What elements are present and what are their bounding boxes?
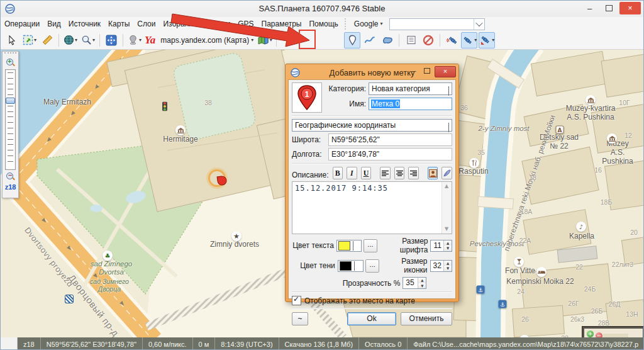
align-center-button[interactable] [394, 167, 405, 179]
latitude-input[interactable]: N59°56'25,62" [328, 133, 452, 146]
minimap-zoom-out-button[interactable]: − [596, 332, 602, 337]
opacity-spinner[interactable]: 35▲▼ [402, 277, 426, 289]
icon-size-spinner[interactable]: 32▲▼ [430, 260, 452, 272]
menu-item[interactable]: Вид [43, 18, 65, 30]
coords-type-combobox[interactable]: Географические координаты [292, 119, 452, 132]
selection-manager-button[interactable]: ▾ [21, 32, 38, 48]
text-color-dropdown[interactable] [336, 240, 362, 252]
tilde-button[interactable]: ~ [292, 312, 308, 325]
zoom-tool-button[interactable]: ▾ [80, 32, 96, 48]
zoom-out-button[interactable]: − [6, 172, 14, 181]
combo-dropdown-button[interactable] [474, 19, 484, 30]
scroll-up-button[interactable]: ▲ [443, 183, 450, 190]
underline-button[interactable]: U [361, 167, 372, 179]
ok-button[interactable]: Ok [347, 312, 396, 325]
menu-item[interactable]: Операции [1, 18, 43, 30]
spin-up-button[interactable]: ▲ [444, 261, 452, 266]
panel-grip[interactable] [4, 52, 16, 57]
dialog-minimize-button[interactable]: – [408, 67, 419, 77]
insert-image-button[interactable] [428, 167, 438, 179]
menu-item[interactable]: Источник [65, 18, 104, 30]
chevron-down-icon: ▾ [380, 21, 383, 26]
align-left-button[interactable] [380, 167, 391, 179]
toolbar-separator [276, 34, 277, 47]
toolbar-separator [99, 34, 100, 47]
text-color-more-button[interactable]: ... [364, 239, 377, 252]
bold-button[interactable]: B [333, 167, 343, 179]
add-placemark-button[interactable] [344, 32, 360, 48]
close-button[interactable]: × [619, 2, 641, 14]
menu-item[interactable]: Карты [104, 18, 133, 30]
chevron-down-icon: ▾ [34, 38, 36, 43]
gps-marker-button[interactable]: ▾ [479, 32, 495, 48]
cancel-button[interactable]: Отменить [401, 312, 452, 325]
ruler-button[interactable] [39, 32, 55, 48]
spin-up-button[interactable]: ▲ [444, 240, 452, 246]
maximize-button[interactable] [600, 2, 618, 14]
category-combobox[interactable]: Новая категория [369, 82, 452, 95]
placemark-list-button[interactable] [402, 32, 419, 48]
map-poi-icon: ⚓ [477, 286, 485, 294]
shadow-color-dropdown[interactable] [338, 260, 364, 272]
layers-button[interactable]: ▾ [257, 32, 273, 48]
spin-up-button[interactable]: ▲ [418, 278, 426, 283]
google-search-button[interactable]: Google ▾ [352, 18, 386, 30]
favorites-star-button[interactable]: ★ [280, 32, 296, 48]
pan-cursor-button[interactable] [4, 32, 20, 48]
add-polygon-button[interactable] [379, 32, 396, 48]
minimap-inset[interactable]: + − Labirint Волынск [582, 327, 644, 337]
menu-item[interactable]: Избранное [159, 18, 205, 30]
gps-track-button[interactable]: ▾ [461, 32, 477, 48]
fullscreen-button[interactable] [103, 32, 119, 48]
spin-down-button[interactable]: ▼ [418, 283, 426, 289]
italic-button[interactable]: I [347, 167, 357, 179]
zoom-in-button[interactable]: + [6, 59, 14, 67]
menu-item[interactable]: Помощь [305, 18, 341, 30]
menu-item[interactable]: Параметры [258, 18, 306, 30]
description-textarea[interactable]: 15.12.2017 9:14:35 ▲ ▼ [292, 181, 452, 234]
map-poi-icon: ★ [231, 231, 242, 241]
map-poi-icon [536, 267, 547, 277]
chevron-down-icon: ▾ [139, 38, 142, 43]
shadow-color-more-button[interactable]: ... [365, 259, 379, 273]
gps-connect-button[interactable] [443, 32, 460, 48]
insert-link-button[interactable] [441, 167, 452, 179]
maximize-icon [606, 5, 613, 11]
longitude-input[interactable]: E30°18'49,78" [328, 148, 452, 161]
separator [292, 115, 452, 116]
hide-marks-button[interactable] [420, 32, 436, 48]
dialog-close-button[interactable]: × [435, 66, 456, 77]
chevron-down-icon [448, 86, 449, 95]
show-on-map-checkbox[interactable]: ✓ [292, 296, 301, 305]
red-pin-icon: 1 [296, 85, 318, 110]
spin-down-button[interactable]: ▼ [444, 266, 452, 271]
minimize-button[interactable]: – [580, 2, 599, 14]
align-right-button[interactable] [408, 167, 419, 179]
marker-number: 1 [305, 90, 309, 99]
dialog-maximize-button[interactable] [421, 67, 433, 77]
map-source-selector[interactable]: maps.yandex.com (Карта)▾ [157, 32, 255, 48]
font-size-spinner[interactable]: 11▲▼ [430, 240, 452, 252]
cursor-icon [7, 35, 17, 45]
google-search-combobox[interactable] [389, 18, 485, 30]
scroll-down-button[interactable]: ▼ [443, 225, 450, 233]
selected-text: Метка 0 [371, 99, 400, 108]
minimap-zoom-in-button[interactable]: + [587, 330, 594, 337]
menu-item[interactable]: Слои [133, 18, 159, 30]
menu-item[interactable]: GPS [234, 18, 257, 30]
status-segment: 0 м [193, 337, 216, 350]
separator [292, 291, 452, 293]
status-segment: Файл C:\Use...cache\maps.yandex.com\Map\… [408, 337, 643, 350]
name-input[interactable]: Метка 0 [369, 98, 452, 110]
placemarks-manager-button[interactable]: ▾ [126, 32, 143, 48]
add-path-button[interactable] [362, 32, 378, 48]
spin-down-button[interactable]: ▼ [444, 246, 452, 251]
placemark-icon-preview[interactable]: 1 [292, 82, 322, 113]
map-source-globe-button[interactable]: ▾ [62, 32, 79, 48]
zoom-slider-thumb[interactable] [6, 98, 15, 104]
menu-item[interactable]: Метки [205, 18, 234, 30]
scrollbar[interactable]: ▲ ▼ [441, 182, 452, 234]
portrait-icon [429, 169, 437, 178]
dialog-title-bar[interactable]: Добавить новую метку – × [288, 65, 456, 79]
zoom-slider[interactable] [5, 69, 16, 170]
